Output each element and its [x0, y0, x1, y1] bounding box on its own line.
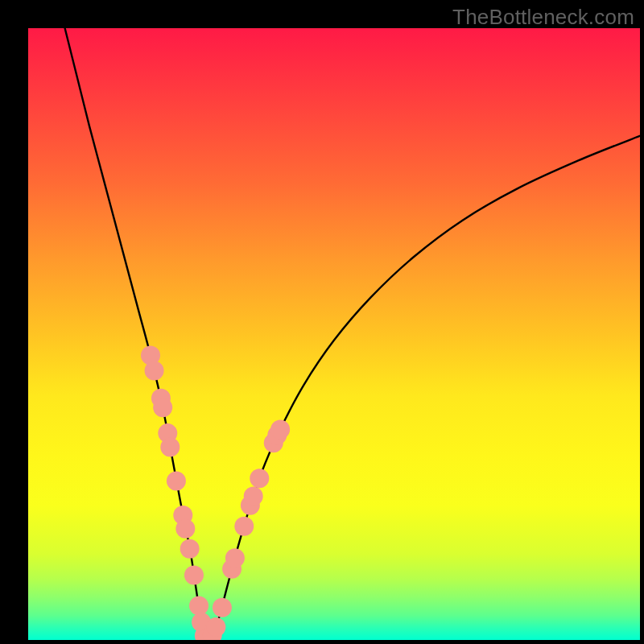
chart-gradient-background: [28, 28, 640, 640]
chart-stage: TheBottleneck.com: [0, 0, 644, 644]
watermark-label: TheBottleneck.com: [452, 5, 634, 30]
